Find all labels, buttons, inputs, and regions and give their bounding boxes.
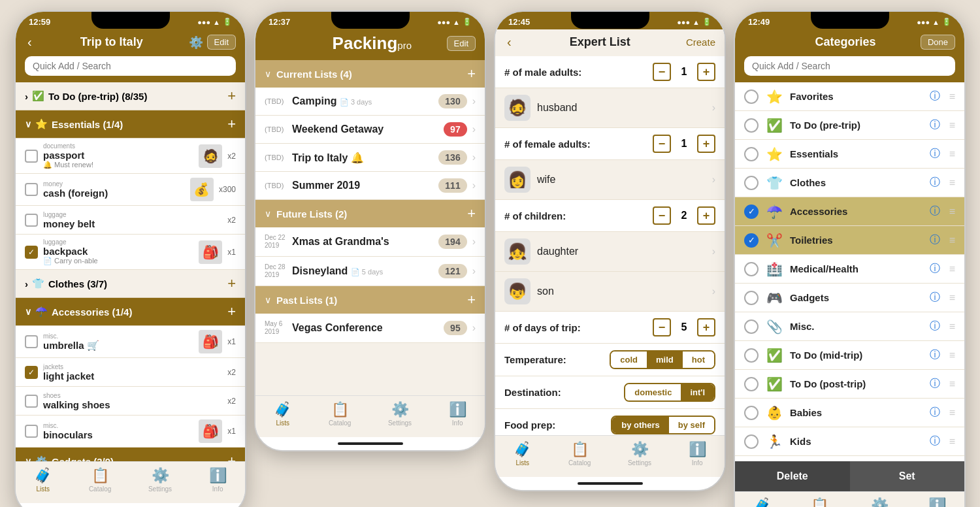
cat-checkbox-todo-mid[interactable] [744, 348, 759, 363]
checkbox-umbrella[interactable] [25, 335, 38, 348]
add-essentials-btn[interactable]: + [227, 116, 236, 133]
gadgets-info-icon[interactable]: ⓘ [930, 291, 940, 304]
husband-row[interactable]: 🧔 husband › [495, 88, 725, 128]
search-input-1[interactable] [25, 56, 236, 76]
list-row-weekend[interactable]: (TBD) Weekend Getaway 97 › [255, 116, 485, 144]
delete-button[interactable]: Delete [735, 461, 850, 491]
cat-checkbox-essentials[interactable] [744, 147, 759, 161]
cat-todo-post[interactable]: ✅ To Do (post-trip) ⓘ ≡ [735, 370, 964, 399]
cat-checkbox-toiletries[interactable]: ✓ [744, 233, 759, 248]
cat-checkbox-misc[interactable] [744, 319, 759, 334]
checkbox-backpack[interactable]: ✓ [25, 246, 38, 259]
list-row-italy[interactable]: (TBD) Trip to Italy 🔔 136 › [255, 144, 485, 172]
tab-settings-4[interactable]: ⚙️ Settings [868, 497, 891, 507]
add-future-btn[interactable]: + [467, 205, 476, 222]
tab-lists-2[interactable]: 🧳 Lists [274, 401, 291, 427]
checkbox-binoculars[interactable] [25, 425, 38, 438]
cat-pets[interactable]: 🐾 Pets ⓘ ≡ [735, 456, 964, 461]
cat-checkbox-favorites[interactable] [744, 90, 759, 104]
son-row[interactable]: 👦 son › [495, 272, 725, 312]
cat-misc[interactable]: 📎 Misc. ⓘ ≡ [735, 312, 964, 341]
cat-checkbox-todo-pre[interactable] [744, 118, 759, 133]
toiletries-info-icon[interactable]: ⓘ [930, 233, 940, 247]
list-row-xmas[interactable]: Dec 222019 Xmas at Grandma's 194 › [255, 227, 485, 257]
checkbox-cash[interactable] [25, 183, 38, 196]
checkbox-moneybelt[interactable] [25, 214, 38, 227]
todo-post-info-icon[interactable]: ⓘ [930, 377, 940, 391]
male-minus-btn[interactable]: − [653, 63, 671, 81]
checkbox-jacket[interactable]: ✓ [25, 366, 38, 379]
cat-medical[interactable]: 🏥 Medical/Health ⓘ ≡ [735, 255, 964, 284]
dest-domestic-btn[interactable]: domestic [625, 384, 681, 401]
children-minus-btn[interactable]: − [653, 206, 671, 225]
kids-info-icon[interactable]: ⓘ [930, 434, 940, 448]
todo-mid-info-icon[interactable]: ⓘ [930, 348, 940, 362]
male-plus-btn[interactable]: + [697, 63, 715, 81]
tab-info-1[interactable]: ℹ️ Info [209, 467, 227, 493]
cat-toiletries[interactable]: ✓ ✂️ Toiletries ⓘ ≡ [735, 226, 964, 255]
list-row-camping[interactable]: (TBD) Camping 📄 3 days 130 › [255, 88, 485, 116]
cat-accessories[interactable]: ✓ ☂️ Accessories ⓘ ≡ [735, 197, 964, 226]
list-row-summer[interactable]: (TBD) Summer 2019 111 › [255, 172, 485, 200]
list-row-disney[interactable]: Dec 282019 Disneyland 📄 5 days 121 › [255, 257, 485, 286]
add-gadgets-btn[interactable]: + [227, 453, 236, 461]
expand-arrow-todo[interactable]: › [25, 91, 28, 102]
tab-settings-1[interactable]: ⚙️ Settings [148, 467, 172, 493]
female-minus-btn[interactable]: − [653, 135, 671, 153]
temp-hot-btn[interactable]: hot [683, 352, 714, 368]
female-plus-btn[interactable]: + [697, 135, 715, 153]
create-btn[interactable]: Create [686, 37, 715, 48]
children-plus-btn[interactable]: + [697, 206, 715, 225]
set-button[interactable]: Set [850, 461, 965, 491]
cat-checkbox-babies[interactable] [744, 406, 759, 420]
collapse-arrow-accessories[interactable]: ∨ [25, 306, 31, 317]
back-button-3[interactable]: ‹ [504, 35, 514, 50]
add-past-btn[interactable]: + [467, 291, 476, 308]
checkbox-passport[interactable] [25, 150, 38, 163]
wife-row[interactable]: 👩 wife › [495, 160, 725, 200]
add-todo-btn[interactable]: + [227, 88, 236, 105]
add-clothes-btn[interactable]: + [227, 275, 236, 292]
medical-info-icon[interactable]: ⓘ [930, 262, 940, 276]
accessories-info-icon[interactable]: ⓘ [930, 204, 940, 218]
tab-lists-4[interactable]: 🧳 Lists [753, 497, 771, 507]
tab-settings-3[interactable]: ⚙️ Settings [628, 441, 651, 466]
cat-checkbox-clothes[interactable] [744, 176, 759, 190]
tab-lists-1[interactable]: 🧳 Lists [34, 467, 52, 493]
temp-mild-btn[interactable]: mild [647, 352, 683, 368]
list-row-vegas[interactable]: May 62019 Vegas Conference 95 › [255, 314, 485, 343]
cat-todo-mid[interactable]: ✅ To Do (mid-trip) ⓘ ≡ [735, 341, 964, 370]
cat-essentials[interactable]: ⭐ Essentials ⓘ ≡ [735, 140, 964, 169]
tab-settings-2[interactable]: ⚙️ Settings [388, 401, 412, 427]
tab-info-2[interactable]: ℹ️ Info [449, 401, 466, 427]
tab-catalog-2[interactable]: 📋 Catalog [329, 401, 351, 427]
cat-gadgets[interactable]: 🎮 Gadgets ⓘ ≡ [735, 284, 964, 312]
todo-pre-info-icon[interactable]: ⓘ [930, 118, 940, 132]
tab-info-4[interactable]: ℹ️ Info [928, 497, 946, 507]
cat-kids[interactable]: 🏃 Kids ⓘ ≡ [735, 427, 964, 456]
done-button[interactable]: Done [921, 35, 955, 50]
daughter-row[interactable]: 👧 daughter › [495, 232, 725, 272]
tab-catalog-4[interactable]: 📋 Catalog [808, 497, 830, 507]
dest-intl-btn[interactable]: int'l [681, 384, 714, 401]
food-others-btn[interactable]: by others [612, 417, 669, 433]
cat-checkbox-gadgets[interactable] [744, 291, 759, 305]
days-plus-btn[interactable]: + [697, 318, 715, 336]
cat-babies[interactable]: 👶 Babies ⓘ ≡ [735, 399, 964, 427]
edit-button-2[interactable]: Edit [447, 36, 476, 51]
favorites-info-icon[interactable]: ⓘ [930, 90, 940, 103]
tab-catalog-1[interactable]: 📋 Catalog [89, 467, 111, 493]
essentials-info-icon[interactable]: ⓘ [930, 147, 940, 161]
misc-info-icon[interactable]: ⓘ [930, 319, 940, 333]
cat-favorites[interactable]: ⭐ Favorites ⓘ ≡ [735, 82, 964, 111]
tab-info-3[interactable]: ℹ️ Info [689, 441, 706, 466]
add-accessories-btn[interactable]: + [227, 303, 236, 320]
food-self-btn[interactable]: by self [669, 417, 714, 433]
tab-lists-3[interactable]: 🧳 Lists [514, 441, 531, 466]
settings-icon-1[interactable]: ⚙️ [189, 35, 203, 50]
checkbox-shoes[interactable] [25, 395, 38, 408]
back-button-1[interactable]: ‹ [25, 35, 35, 50]
days-minus-btn[interactable]: − [653, 318, 671, 336]
babies-info-icon[interactable]: ⓘ [930, 406, 940, 419]
cat-checkbox-accessories[interactable]: ✓ [744, 204, 759, 219]
